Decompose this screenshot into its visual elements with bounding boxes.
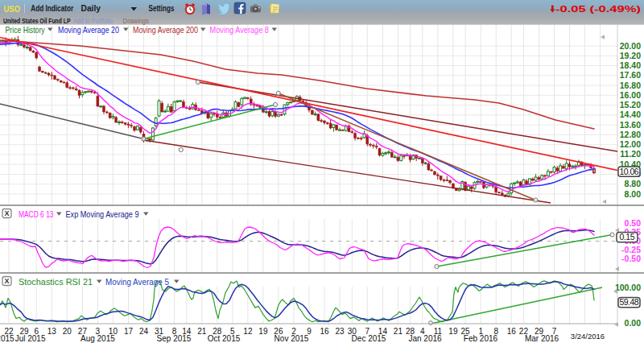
svg-text:Aug 2015: Aug 2015	[80, 334, 115, 343]
svg-text:Exp Moving Average 9: Exp Moving Average 9	[66, 209, 139, 219]
svg-text:Price History: Price History	[6, 25, 46, 35]
svg-text:-0.05 (-0.49%): -0.05 (-0.49%)	[555, 4, 642, 14]
svg-text:15.20: 15.20	[620, 100, 641, 110]
svg-text:Jul 2015: Jul 2015	[15, 334, 46, 343]
svg-text:19: 19	[258, 327, 268, 336]
svg-text:3/24/2016: 3/24/2016	[571, 332, 605, 341]
svg-text:12.80: 12.80	[620, 130, 641, 139]
svg-text:19: 19	[448, 327, 458, 336]
svg-text:MACD 6 13: MACD 6 13	[19, 209, 54, 219]
svg-text:13: 13	[47, 327, 57, 336]
svg-text:X: X	[5, 277, 10, 285]
svg-text:17: 17	[124, 327, 134, 336]
svg-text:Nov 2015: Nov 2015	[275, 334, 309, 343]
svg-text:17.60: 17.60	[620, 70, 641, 80]
svg-text:0.00: 0.00	[625, 318, 642, 328]
svg-text:16.80: 16.80	[620, 81, 641, 90]
svg-text:Daily: Daily	[81, 3, 101, 13]
svg-text:10.06: 10.06	[620, 167, 639, 176]
svg-text:0.15: 0.15	[620, 232, 635, 242]
svg-text:21: 21	[197, 327, 207, 336]
svg-text:Oct 2015: Oct 2015	[208, 334, 241, 343]
svg-text:12: 12	[243, 327, 253, 336]
svg-text:0.50: 0.50	[625, 218, 642, 228]
svg-text:12.00: 12.00	[620, 139, 641, 149]
svg-text:Moving Average 20: Moving Average 20	[58, 25, 119, 35]
svg-text:19.20: 19.20	[620, 51, 641, 60]
svg-text:21: 21	[394, 327, 403, 336]
svg-text:20: 20	[63, 327, 72, 336]
svg-text:100.00: 100.00	[615, 283, 641, 292]
svg-text:-0.25: -0.25	[621, 245, 641, 254]
svg-text:8.00: 8.00	[625, 189, 642, 199]
svg-text:Jan 2016: Jan 2016	[408, 334, 442, 343]
svg-text:24: 24	[139, 327, 149, 336]
svg-text:11.20: 11.20	[620, 149, 641, 159]
svg-text:Settings: Settings	[149, 3, 175, 13]
svg-text:Moving Average 8: Moving Average 8	[210, 25, 270, 35]
svg-text:Moving Average 200: Moving Average 200	[133, 25, 198, 35]
svg-text:X: X	[5, 209, 10, 217]
svg-text:Jun 2015: Jun 2015	[0, 334, 14, 343]
svg-text:Feb 2016: Feb 2016	[464, 334, 498, 343]
svg-text:USO: USO	[4, 4, 21, 14]
svg-text:Moving Average 5: Moving Average 5	[105, 277, 169, 287]
svg-text:16: 16	[320, 327, 329, 336]
svg-text:Add Indicator: Add Indicator	[31, 3, 73, 13]
svg-text:16: 16	[507, 327, 517, 336]
svg-text:14.40: 14.40	[620, 110, 641, 119]
svg-text:59.48: 59.48	[620, 297, 639, 307]
svg-text:16.00: 16.00	[620, 90, 641, 100]
svg-text:8.80: 8.80	[625, 179, 642, 188]
svg-text:20.00: 20.00	[620, 41, 641, 51]
svg-text:23: 23	[336, 327, 345, 336]
svg-text:Dec 2015: Dec 2015	[352, 334, 386, 343]
svg-text:18.40: 18.40	[620, 60, 641, 70]
svg-text:Sep 2015: Sep 2015	[157, 334, 192, 343]
svg-text:13.60: 13.60	[620, 120, 641, 130]
svg-text:Mar 2016: Mar 2016	[525, 334, 559, 343]
svg-text:-0.50: -0.50	[621, 254, 641, 263]
svg-text:Stochastics RSI 21: Stochastics RSI 21	[19, 277, 93, 287]
